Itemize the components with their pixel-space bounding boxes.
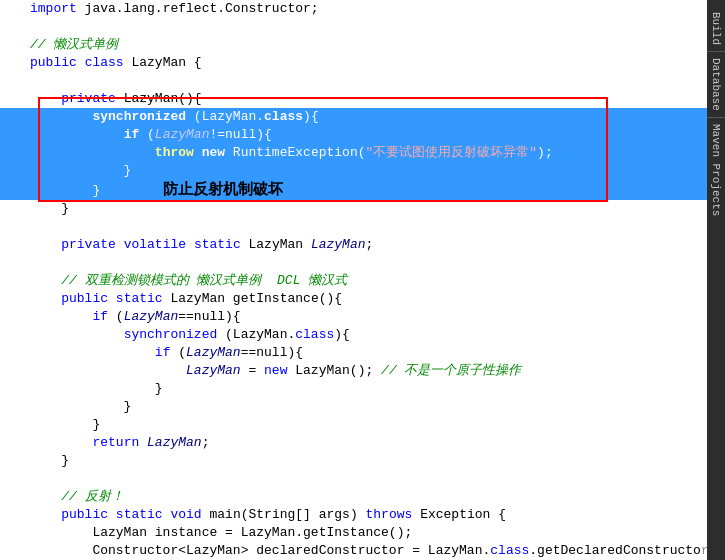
code-line: synchronized (LazyMan.class){ — [0, 326, 707, 344]
code-line: // 懒汉式单例 — [0, 36, 707, 54]
code-line-highlighted: synchronized (LazyMan.class){ — [0, 108, 707, 126]
code-line: // 反射！ — [0, 488, 707, 506]
code-line: private volatile static LazyMan LazyMan; — [0, 236, 707, 254]
code-line: } — [0, 200, 707, 218]
annotation-text: 防止反射机制破坏 — [163, 180, 283, 197]
code-line-highlighted: } 防止反射机制破坏 — [0, 180, 707, 200]
code-line: } — [0, 380, 707, 398]
code-line: } — [0, 398, 707, 416]
code-line: LazyMan = new LazyMan(); // 不是一个原子性操作 — [0, 362, 707, 380]
code-line-highlighted: if (LazyMan!=null){ — [0, 126, 707, 144]
sidebar-divider — [707, 51, 725, 52]
sidebar-label-build[interactable]: Build — [708, 8, 724, 49]
code-line — [0, 470, 707, 488]
code-line — [0, 18, 707, 36]
code-content[interactable]: import java.lang.reflect.Constructor; //… — [0, 0, 707, 560]
code-line: if (LazyMan==null){ — [0, 308, 707, 326]
sidebar-label-maven[interactable]: Maven Projects — [708, 120, 724, 220]
code-line: public static LazyMan getInstance(){ — [0, 290, 707, 308]
code-editor: import java.lang.reflect.Constructor; //… — [0, 0, 707, 560]
code-line — [0, 72, 707, 90]
code-line: } — [0, 452, 707, 470]
code-line: import java.lang.reflect.Constructor; — [0, 0, 707, 18]
code-line: LazyMan instance = LazyMan.getInstance()… — [0, 524, 707, 542]
code-line — [0, 254, 707, 272]
code-line: // 双重检测锁模式的 懒汉式单例 DCL 懒汉式 — [0, 272, 707, 290]
code-line: public static void main(String[] args) t… — [0, 506, 707, 524]
right-sidebar: Build Database Maven Projects — [707, 0, 725, 560]
code-line: Constructor<LazyMan> declaredConstructor… — [0, 542, 707, 560]
code-line: return LazyMan; — [0, 434, 707, 452]
code-line: if (LazyMan==null){ — [0, 344, 707, 362]
code-line: private LazyMan(){ — [0, 90, 707, 108]
code-line: } — [0, 416, 707, 434]
code-line-highlighted: } — [0, 162, 707, 180]
code-line: public class LazyMan { — [0, 54, 707, 72]
sidebar-divider — [707, 117, 725, 118]
sidebar-label-database[interactable]: Database — [708, 54, 724, 115]
code-line-highlighted: throw new RuntimeException("不要试图使用反射破坏异常… — [0, 144, 707, 162]
code-line — [0, 218, 707, 236]
